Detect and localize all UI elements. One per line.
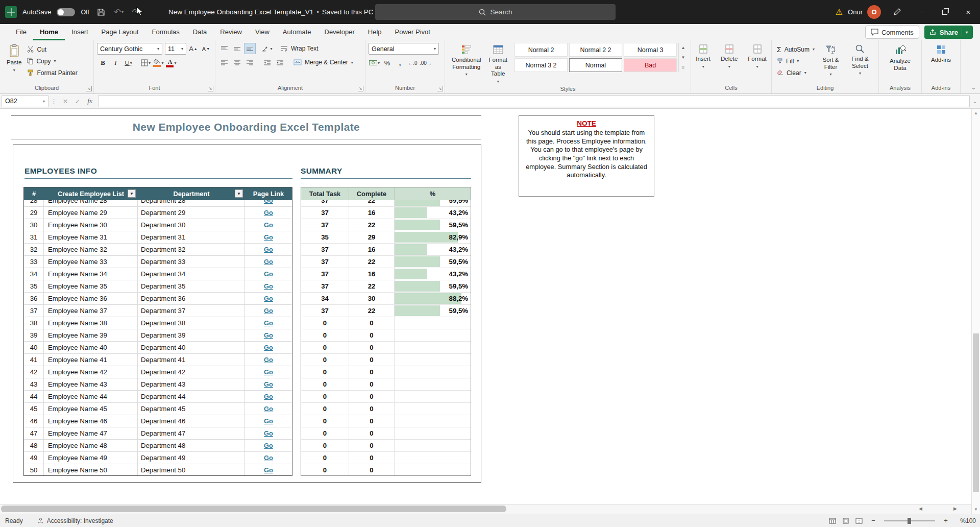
go-link[interactable]: Go [264, 258, 273, 266]
complete-cell[interactable]: 0 [349, 317, 395, 329]
row-number-cell[interactable]: 48 [24, 440, 44, 451]
percent-cell[interactable] [395, 342, 471, 353]
employee-name-cell[interactable]: Employee Name 31 [44, 231, 138, 243]
search-input[interactable]: Search [375, 4, 616, 20]
go-link[interactable]: Go [264, 356, 273, 364]
collapse-ribbon-icon[interactable]: ⌄ [971, 84, 976, 91]
complete-cell[interactable]: 16 [349, 244, 395, 255]
employee-name-cell[interactable]: Employee Name 44 [44, 391, 138, 402]
go-link[interactable]: Go [264, 417, 273, 425]
percent-cell[interactable] [395, 427, 471, 439]
percent-cell[interactable]: 82,9% [395, 231, 471, 243]
go-link[interactable]: Go [264, 307, 273, 315]
page-layout-view-icon[interactable] [842, 518, 849, 524]
complete-cell[interactable]: 22 [349, 256, 395, 268]
paste-dropdown-icon[interactable]: ▾ [13, 68, 15, 73]
cell-style-normal-3-2[interactable]: Normal 3 2 [514, 58, 568, 72]
employee-name-cell[interactable]: Employee Name 50 [44, 464, 138, 475]
complete-cell[interactable]: 0 [349, 354, 395, 366]
increase-font-button[interactable]: A▲ [187, 43, 199, 55]
employee-name-cell[interactable]: Employee Name 39 [44, 329, 138, 341]
percent-cell[interactable] [395, 329, 471, 341]
number-dialog-launcher[interactable]: ↘ [437, 86, 443, 91]
scroll-down-icon[interactable]: ▼ [972, 507, 980, 512]
header-page-link[interactable]: Page Link [245, 187, 292, 200]
header-number[interactable]: # [24, 187, 44, 200]
tab-view[interactable]: View [249, 24, 276, 40]
row-number-cell[interactable]: 50 [24, 464, 44, 475]
clipboard-dialog-launcher[interactable]: ↘ [86, 86, 92, 91]
row-number-cell[interactable]: 41 [24, 354, 44, 366]
cancel-entry-icon[interactable]: ✕ [59, 98, 71, 105]
accounting-dropdown-icon[interactable]: ▾ [378, 61, 380, 65]
go-link[interactable]: Go [264, 200, 273, 204]
share-dropdown-icon[interactable]: ▾ [966, 30, 968, 35]
name-box-dropdown-icon[interactable]: ▾ [43, 99, 45, 104]
row-number-cell[interactable]: 28 [24, 200, 44, 206]
row-number-cell[interactable]: 35 [24, 280, 44, 292]
tab-formulas[interactable]: Formulas [145, 24, 186, 40]
department-cell[interactable]: Department 32 [138, 244, 245, 255]
cell-style-bad[interactable]: Bad [624, 58, 677, 72]
employee-name-cell[interactable]: Employee Name 48 [44, 440, 138, 451]
confirm-entry-icon[interactable]: ✓ [71, 98, 84, 105]
complete-cell[interactable]: 22 [349, 280, 395, 292]
gallery-down-button[interactable]: ▼ [679, 53, 688, 62]
total-task-cell[interactable]: 0 [301, 391, 349, 402]
department-cell[interactable]: Department 49 [138, 452, 245, 464]
underline-button[interactable]: U▾ [122, 57, 134, 68]
go-link[interactable]: Go [264, 246, 273, 253]
complete-cell[interactable]: 0 [349, 366, 395, 378]
tab-help[interactable]: Help [361, 24, 388, 40]
department-cell[interactable]: Department 37 [138, 305, 245, 317]
department-cell[interactable]: Department 35 [138, 280, 245, 292]
department-cell[interactable]: Department 42 [138, 366, 245, 378]
percent-cell[interactable]: 43,2% [395, 244, 471, 255]
header-create-employee-list[interactable]: Create Employee List ▼ [44, 187, 138, 200]
percent-style-button[interactable]: % [381, 57, 393, 68]
row-number-cell[interactable]: 39 [24, 329, 44, 341]
department-cell[interactable]: Department 47 [138, 427, 245, 439]
go-link[interactable]: Go [264, 209, 273, 217]
percent-cell[interactable] [395, 440, 471, 451]
complete-cell[interactable]: 0 [349, 391, 395, 402]
alignment-dialog-launcher[interactable]: ↘ [358, 86, 363, 91]
department-cell[interactable]: Department 41 [138, 354, 245, 366]
row-number-cell[interactable]: 30 [24, 219, 44, 231]
total-task-cell[interactable]: 37 [301, 280, 349, 292]
zoom-slider-thumb[interactable] [908, 518, 911, 524]
header-percent[interactable]: % [395, 187, 471, 200]
total-task-cell[interactable]: 0 [301, 440, 349, 451]
employee-name-cell[interactable]: Employee Name 40 [44, 342, 138, 353]
department-cell[interactable]: Department 45 [138, 403, 245, 415]
clear-dropdown-icon[interactable]: ▾ [804, 70, 806, 75]
align-center-button[interactable] [231, 57, 243, 68]
department-cell[interactable]: Department 28 [138, 200, 245, 206]
merge-center-button[interactable]: Merge & Center ▾ [291, 57, 355, 68]
complete-cell[interactable]: 0 [349, 440, 395, 451]
employee-name-cell[interactable]: Employee Name 28 [44, 200, 138, 206]
percent-cell[interactable] [395, 354, 471, 366]
total-task-cell[interactable]: 0 [301, 378, 349, 390]
delete-dropdown-icon[interactable]: ▾ [728, 64, 730, 69]
find-select-button[interactable]: Find & Select ▾ [845, 43, 875, 77]
undo-button[interactable]: ↶▾ [113, 5, 125, 20]
format-dropdown-icon[interactable]: ▾ [756, 64, 758, 69]
go-link[interactable]: Go [264, 221, 273, 229]
format-cells-button[interactable]: Format ▾ [744, 43, 770, 70]
tab-automate[interactable]: Automate [276, 24, 318, 40]
bottom-align-button[interactable] [244, 43, 256, 54]
row-number-cell[interactable]: 40 [24, 342, 44, 353]
employee-name-cell[interactable]: Employee Name 41 [44, 354, 138, 366]
cell-style-normal-3[interactable]: Normal 3 [624, 43, 677, 57]
tab-page-layout[interactable]: Page Layout [95, 24, 145, 40]
percent-cell[interactable] [395, 378, 471, 390]
complete-cell[interactable]: 22 [349, 219, 395, 231]
percent-cell[interactable]: 43,2% [395, 207, 471, 219]
wrap-text-button[interactable]: Wrap Text [279, 43, 321, 54]
avatar[interactable]: O [867, 5, 881, 19]
align-left-button[interactable] [218, 57, 230, 68]
tab-data[interactable]: Data [186, 24, 213, 40]
accounting-format-button[interactable]: ▾ [369, 57, 380, 68]
zoom-out-button[interactable]: − [870, 517, 877, 524]
